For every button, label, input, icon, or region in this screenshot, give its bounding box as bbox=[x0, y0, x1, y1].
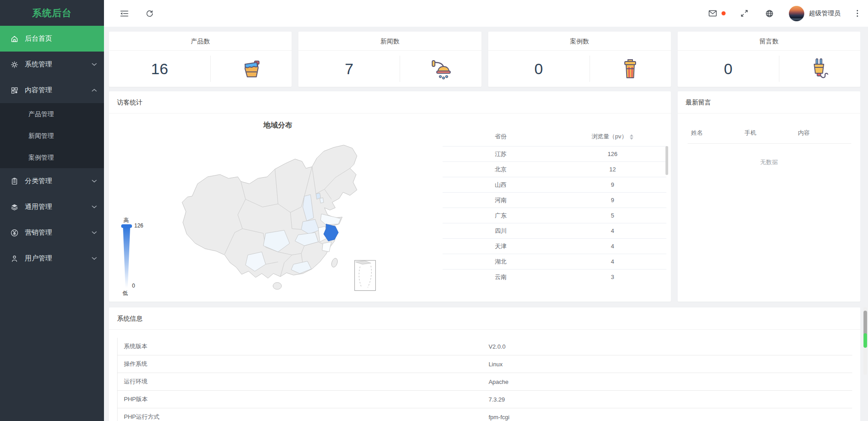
table-row[interactable]: 天津4 bbox=[443, 238, 666, 254]
notification-dot bbox=[722, 11, 726, 15]
mail-icon[interactable] bbox=[707, 8, 718, 19]
chevron-up-icon bbox=[92, 89, 97, 92]
table-row: 系统版本V2.0.0 bbox=[118, 338, 852, 355]
app-logo: 系统后台 bbox=[0, 0, 104, 26]
clipboard-icon bbox=[10, 177, 19, 186]
table-scrollbar[interactable] bbox=[665, 146, 668, 294]
refresh-icon[interactable] bbox=[144, 8, 156, 19]
legend-low-label: 低 bbox=[123, 289, 128, 297]
kebab-menu-icon[interactable] bbox=[857, 10, 858, 17]
stat-card-news[interactable]: 新闻数 7 bbox=[298, 32, 481, 87]
fullscreen-icon[interactable] bbox=[738, 8, 750, 19]
home-icon bbox=[10, 34, 19, 43]
stat-value: 0 bbox=[488, 60, 590, 78]
stat-card-products[interactable]: 产品数 16 bbox=[109, 32, 292, 87]
table-row[interactable]: 广东5 bbox=[443, 208, 666, 223]
sidebar-item-content[interactable]: 内容管理 bbox=[0, 77, 104, 103]
legend-handle bbox=[121, 224, 132, 228]
avatar[interactable] bbox=[789, 6, 804, 21]
table-row: PHP运行方式fpm-fcgi bbox=[118, 408, 852, 421]
column-header: 手机 bbox=[745, 129, 798, 143]
stat-card-messages[interactable]: 留言数 0 bbox=[678, 32, 860, 87]
shower-icon bbox=[400, 57, 481, 80]
column-header: 内容 bbox=[798, 129, 851, 143]
sidebar-item-label: 分类管理 bbox=[25, 177, 52, 185]
province-table: 省份 浏览量（pv） 江苏126 北京12 山西9 河南9 广东5 四川4 bbox=[443, 127, 666, 294]
panel-title: 访客统计 bbox=[109, 91, 671, 114]
sidebar-item-category[interactable]: 分类管理 bbox=[0, 168, 104, 194]
panel-title: 最新留言 bbox=[678, 91, 860, 114]
latest-messages-panel: 最新留言 姓名 手机 内容 无数据 bbox=[678, 91, 860, 302]
stat-value: 16 bbox=[109, 60, 210, 78]
chevron-down-icon bbox=[92, 231, 97, 234]
paint-bucket-icon bbox=[211, 57, 292, 80]
sidebar-item-label: 营销管理 bbox=[25, 228, 52, 237]
system-info-table: 系统版本V2.0.0 操作系统Linux 运行环境Apache PHP版本7.3… bbox=[117, 338, 852, 421]
globe-icon[interactable] bbox=[764, 8, 775, 19]
layers-icon bbox=[10, 203, 19, 212]
sidebar-item-marketing[interactable]: 营销管理 bbox=[0, 220, 104, 246]
collapse-menu-icon[interactable] bbox=[118, 8, 130, 19]
gear-icon bbox=[10, 60, 19, 69]
sidebar-item-general[interactable]: 通用管理 bbox=[0, 194, 104, 220]
sidebar-item-news[interactable]: 新闻管理 bbox=[0, 125, 104, 147]
user-icon bbox=[10, 254, 19, 263]
chevron-down-icon bbox=[92, 205, 97, 208]
province-table-header: 省份 浏览量（pv） bbox=[443, 127, 666, 146]
table-row[interactable]: 湖北4 bbox=[443, 254, 666, 269]
chevron-down-icon bbox=[92, 180, 97, 183]
table-row: 操作系统Linux bbox=[118, 355, 852, 373]
stat-value: 7 bbox=[298, 60, 400, 78]
stat-title: 留言数 bbox=[678, 32, 860, 51]
table-row: PHP版本7.3.29 bbox=[118, 391, 852, 408]
content-grid-icon bbox=[10, 86, 19, 95]
trash-icon bbox=[590, 57, 671, 80]
sidebar-item-users[interactable]: 用户管理 bbox=[0, 246, 104, 271]
sidebar-item-label: 系统管理 bbox=[25, 60, 52, 69]
sidebar: 系统后台 后台首页 系统管理 内容管理 产品 bbox=[0, 0, 104, 421]
table-row[interactable]: 山西9 bbox=[443, 177, 666, 192]
column-header: 省份 bbox=[443, 132, 559, 141]
sidebar-item-home[interactable]: 后台首页 bbox=[0, 26, 104, 52]
messages-table-header: 姓名 手机 内容 bbox=[678, 114, 860, 143]
stats-row: 产品数 16 bbox=[109, 32, 860, 87]
chevron-down-icon bbox=[92, 63, 97, 66]
legend-min-value: 0 bbox=[132, 283, 135, 289]
column-header: 浏览量（pv） bbox=[592, 133, 627, 140]
legend-max-value: 126 bbox=[134, 222, 143, 229]
column-header: 姓名 bbox=[691, 129, 745, 143]
visitor-stats-panel: 访客统计 地域分布 bbox=[109, 91, 671, 302]
sidebar-item-products[interactable]: 产品管理 bbox=[0, 103, 104, 125]
south-china-sea-inset bbox=[354, 260, 375, 291]
table-row[interactable]: 北京12 bbox=[443, 161, 666, 177]
scrollbar-green-indicator bbox=[863, 333, 867, 348]
sort-icon[interactable] bbox=[630, 134, 633, 140]
page-scrollbar[interactable] bbox=[863, 27, 867, 421]
table-row[interactable]: 河南9 bbox=[443, 192, 666, 208]
china-map-area: 地域分布 bbox=[113, 117, 443, 299]
stat-value: 0 bbox=[678, 60, 779, 78]
app-root: 系统后台 后台首页 系统管理 内容管理 产品 bbox=[0, 0, 868, 421]
sidebar-item-system[interactable]: 系统管理 bbox=[0, 52, 104, 77]
sidebar-item-cases[interactable]: 案例管理 bbox=[0, 147, 104, 168]
system-info-panel: 系统信息 系统版本V2.0.0 操作系统Linux 运行环境Apache PHP… bbox=[109, 307, 860, 421]
map-title: 地域分布 bbox=[113, 121, 443, 130]
map-visual-legend[interactable]: 高 126 0 低 bbox=[120, 217, 152, 297]
stat-title: 产品数 bbox=[109, 32, 292, 51]
yen-circle-icon bbox=[10, 228, 19, 237]
top-header: 超级管理员 bbox=[104, 0, 868, 27]
sidebar-item-label: 通用管理 bbox=[25, 203, 52, 211]
table-row: 运行环境Apache bbox=[118, 373, 852, 391]
sidebar-submenu-content: 产品管理 新闻管理 案例管理 bbox=[0, 103, 104, 168]
sidebar-item-label: 后台首页 bbox=[25, 34, 52, 43]
table-row[interactable]: 江苏126 bbox=[443, 146, 666, 161]
china-map[interactable] bbox=[133, 131, 423, 298]
content-area: 产品数 16 bbox=[104, 27, 868, 421]
stat-title: 新闻数 bbox=[298, 32, 481, 51]
legend-high-label: 高 bbox=[123, 217, 129, 224]
stat-card-cases[interactable]: 案例数 0 bbox=[488, 32, 671, 87]
table-row[interactable]: 云南3 bbox=[443, 269, 666, 284]
sidebar-item-label: 内容管理 bbox=[25, 86, 52, 95]
sidebar-item-label: 用户管理 bbox=[25, 254, 52, 263]
table-row[interactable]: 四川4 bbox=[443, 223, 666, 238]
